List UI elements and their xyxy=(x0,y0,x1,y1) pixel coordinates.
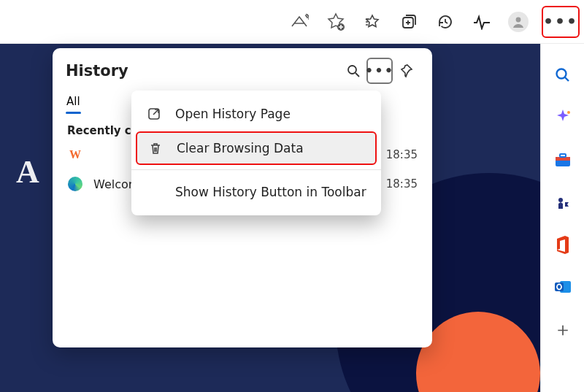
history-title: History xyxy=(66,62,340,80)
history-context-menu: Open History Page Clear Browsing Data Sh… xyxy=(131,91,381,215)
menu-show-history-button[interactable]: Show History Button in Toolbar xyxy=(131,174,381,210)
tab-all[interactable]: All xyxy=(66,93,81,114)
menu-item-label: Open History Page xyxy=(175,107,291,121)
favorites-icon[interactable] xyxy=(359,9,385,35)
outlook-icon[interactable] xyxy=(552,276,574,298)
history-row-time: 18:35 xyxy=(386,177,418,191)
office-icon[interactable] xyxy=(552,234,574,255)
svg-point-8 xyxy=(558,198,563,202)
history-search-button[interactable] xyxy=(340,58,366,84)
add-tool-button[interactable]: ＋ xyxy=(552,318,574,340)
open-external-icon xyxy=(146,106,162,122)
svg-point-2 xyxy=(516,17,521,22)
more-menu-button[interactable]: ••• xyxy=(542,6,580,38)
history-more-button[interactable]: ••• xyxy=(366,58,393,84)
svg-rect-7 xyxy=(560,154,566,157)
menu-separator xyxy=(131,169,381,170)
site-favicon xyxy=(67,176,83,192)
svg-point-4 xyxy=(567,111,570,114)
menu-item-label: Show History Button in Toolbar xyxy=(175,185,366,199)
svg-point-3 xyxy=(556,69,566,79)
search-sidebar-icon[interactable] xyxy=(552,64,574,86)
history-row-time: 18:35 xyxy=(386,148,418,161)
history-toolbar-icon[interactable] xyxy=(432,9,458,35)
blank-icon xyxy=(146,184,162,200)
performance-icon[interactable] xyxy=(469,9,495,35)
trash-icon xyxy=(147,140,164,156)
games-icon[interactable] xyxy=(552,191,574,213)
toolbox-icon[interactable] xyxy=(552,149,574,171)
read-aloud-icon[interactable] xyxy=(286,9,312,35)
menu-open-history-page[interactable]: Open History Page xyxy=(131,96,381,131)
svg-point-12 xyxy=(348,66,356,74)
menu-clear-browsing-data[interactable]: Clear Browsing Data xyxy=(136,131,377,165)
site-favicon: W xyxy=(67,147,83,163)
browser-toolbar: ••• xyxy=(0,0,584,44)
right-sidebar: ＋ xyxy=(540,44,584,392)
menu-item-label: Clear Browsing Data xyxy=(177,141,304,155)
bg-letter-a: A xyxy=(16,153,39,191)
history-pin-button[interactable] xyxy=(393,58,419,84)
add-favorite-icon[interactable] xyxy=(323,9,349,35)
copilot-icon[interactable] xyxy=(552,107,574,128)
profile-avatar[interactable] xyxy=(505,9,531,35)
collections-icon[interactable] xyxy=(396,9,422,35)
